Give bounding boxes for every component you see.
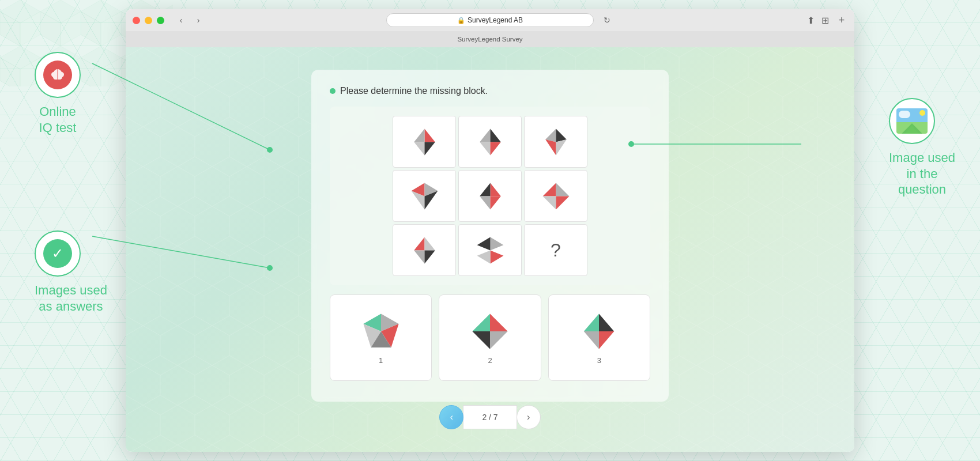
svg-marker-25 [542, 183, 556, 196]
svg-marker-6 [414, 129, 424, 142]
question-header: Please determine the missing block. [330, 86, 650, 96]
star-r1c3 [540, 126, 572, 158]
tab-icon[interactable]: ⊞ [821, 15, 829, 26]
matrix-cell-3-3: ? [524, 224, 587, 276]
question-text: Please determine the missing block. [340, 86, 488, 96]
matrix-grid: ? [339, 116, 641, 276]
matrix-cell-3-1 [393, 224, 456, 276]
star-r2c1 [409, 180, 440, 212]
answer-option-1[interactable]: 1 [330, 294, 432, 381]
tab-title: SurveyLegend Survey [457, 36, 522, 43]
matrix-cell-2-2 [458, 170, 522, 222]
svg-marker-22 [480, 183, 490, 196]
image-annotation: Image used in the question [889, 98, 955, 198]
next-button[interactable]: › [517, 405, 541, 429]
answer-option-2[interactable]: 2 [439, 294, 541, 381]
answer-label-1: 1 [379, 356, 383, 365]
svg-marker-16 [556, 139, 566, 154]
traffic-light-yellow[interactable] [145, 17, 152, 24]
check-icon: ✓ [43, 239, 72, 268]
svg-marker-42 [490, 313, 508, 331]
toolbar-right: ⬆ ⊞ + [807, 14, 847, 26]
brain-svg [49, 67, 66, 82]
svg-marker-30 [424, 237, 435, 250]
cloud-shape [899, 111, 910, 118]
mountain-shape [902, 123, 922, 134]
survey-card: Please determine the missing block. [311, 70, 669, 402]
svg-marker-10 [490, 129, 500, 142]
check-label: Images used as answers [35, 282, 107, 314]
svg-marker-31 [414, 250, 424, 263]
answer-label-3: 3 [597, 356, 601, 365]
answer-label-2: 2 [488, 356, 492, 365]
svg-marker-24 [490, 196, 500, 209]
url-bar[interactable]: 🔒 SurveyLegend AB [386, 13, 594, 27]
refresh-button[interactable]: ↻ [597, 16, 617, 25]
left-annotations: Online IQ test ✓ Images used as answers [0, 35, 126, 461]
progress-indicator: 2 / 7 [463, 405, 517, 429]
brain-icon [43, 61, 72, 89]
check-annotation: ✓ Images used as answers [35, 231, 107, 314]
browser-titlebar: ‹ › 🔒 SurveyLegend AB ↻ ⬆ ⊞ + [126, 9, 854, 31]
svg-marker-8 [424, 142, 435, 155]
svg-marker-43 [472, 313, 490, 331]
svg-marker-46 [584, 313, 599, 331]
svg-marker-29 [414, 237, 424, 250]
traffic-light-green[interactable] [157, 17, 164, 24]
brain-annotation: Online IQ test [35, 52, 81, 135]
question-dot [330, 88, 336, 94]
star-r2c2 [474, 180, 506, 212]
browser-content: Please determine the missing block. [126, 47, 854, 452]
svg-marker-33 [490, 237, 503, 250]
prev-button[interactable]: ‹ [439, 405, 463, 429]
right-annotations: Image used in the question [854, 35, 980, 461]
star-r1c1 [409, 126, 440, 158]
new-tab-button[interactable]: + [836, 14, 847, 26]
svg-marker-28 [556, 196, 569, 209]
answers-grid: 1 2 [330, 294, 650, 381]
url-text: SurveyLegend AB [468, 16, 523, 24]
star-r3c1 [409, 235, 440, 266]
svg-marker-11 [480, 142, 490, 155]
svg-marker-34 [477, 237, 490, 250]
star-r3c2 [474, 235, 506, 266]
browser-window: ‹ › 🔒 SurveyLegend AB ↻ ⬆ ⊞ + SurveyLege… [126, 9, 854, 452]
answer-star-3 [579, 311, 619, 352]
image-circle [889, 98, 935, 144]
lock-icon: 🔒 [457, 17, 465, 24]
svg-marker-48 [584, 331, 599, 349]
answer-option-3[interactable]: 3 [548, 294, 650, 381]
image-label: Image used in the question [889, 150, 955, 198]
matrix-cell-1-1 [393, 116, 456, 168]
star-r2c3 [540, 180, 572, 212]
share-icon[interactable]: ⬆ [807, 15, 815, 26]
back-button[interactable]: ‹ [174, 15, 189, 25]
svg-marker-9 [480, 129, 490, 142]
matrix-cell-1-2 [458, 116, 522, 168]
forward-button[interactable]: › [191, 15, 206, 25]
svg-marker-47 [599, 313, 614, 331]
svg-marker-21 [490, 183, 500, 196]
svg-marker-49 [599, 331, 614, 349]
matrix-cell-2-1 [393, 170, 456, 222]
brain-circle [35, 52, 81, 98]
matrix-container: ? [330, 107, 650, 285]
browser-tab-bar: SurveyLegend Survey [126, 31, 854, 47]
matrix-cell-2-3 [524, 170, 587, 222]
answer-star-1 [361, 311, 401, 352]
svg-marker-7 [414, 142, 424, 155]
matrix-cell-3-2 [458, 224, 522, 276]
svg-marker-12 [490, 142, 500, 155]
svg-marker-35 [490, 250, 503, 263]
sun-shape [919, 110, 925, 116]
star-r1c2 [474, 126, 506, 158]
svg-marker-26 [556, 183, 569, 196]
svg-marker-36 [477, 250, 490, 263]
svg-marker-15 [545, 139, 556, 154]
traffic-light-red[interactable] [133, 17, 140, 24]
svg-marker-44 [490, 331, 508, 349]
image-icon [896, 108, 928, 134]
navigation-bar: ‹ 2 / 7 › [439, 405, 540, 429]
svg-marker-45 [472, 331, 490, 349]
brain-label: Online IQ test [35, 104, 81, 135]
